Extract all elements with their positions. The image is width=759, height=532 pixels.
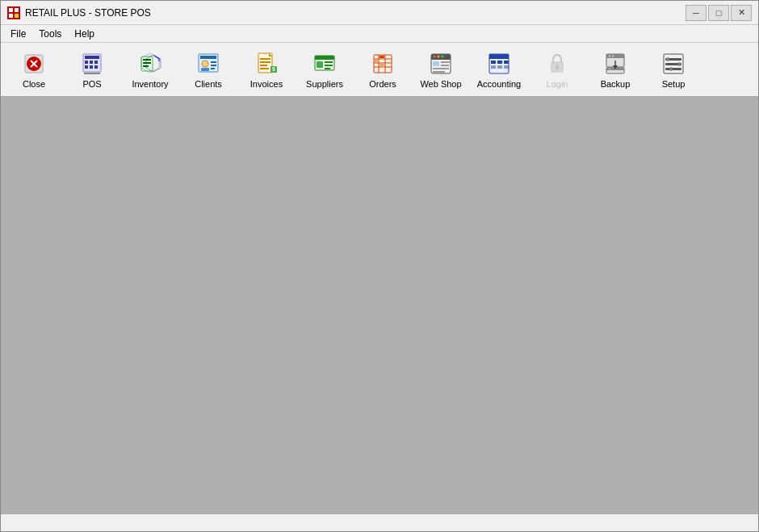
status-bar bbox=[1, 513, 758, 531]
svg-rect-1 bbox=[9, 8, 13, 12]
window-title: RETAIL PLUS - STORE POS bbox=[25, 7, 151, 19]
svg-text:$: $ bbox=[272, 66, 275, 73]
menu-file[interactable]: File bbox=[4, 25, 32, 42]
inventory-label: Inventory bbox=[132, 79, 168, 89]
svg-rect-36 bbox=[260, 68, 269, 69]
svg-rect-66 bbox=[489, 54, 509, 59]
login-label: Login bbox=[547, 79, 568, 89]
svg-rect-19 bbox=[143, 59, 151, 61]
setup-label: Setup bbox=[662, 79, 686, 89]
svg-point-90 bbox=[677, 62, 681, 65]
svg-rect-28 bbox=[211, 61, 216, 63]
pos-icon bbox=[79, 51, 105, 77]
svg-rect-70 bbox=[491, 65, 496, 69]
webshop-icon bbox=[428, 51, 454, 77]
svg-rect-67 bbox=[491, 61, 496, 64]
toolbar-setup-button[interactable]: Setup bbox=[645, 46, 702, 93]
inventory-icon bbox=[137, 51, 163, 77]
invoices-label: Invoices bbox=[250, 79, 283, 89]
invoices-icon: $ bbox=[254, 51, 279, 77]
svg-rect-12 bbox=[90, 61, 93, 64]
svg-rect-10 bbox=[85, 56, 99, 59]
toolbar-webshop-button[interactable]: Web Shop bbox=[413, 46, 469, 93]
svg-rect-51 bbox=[380, 56, 384, 58]
svg-rect-27 bbox=[201, 68, 209, 71]
svg-rect-52 bbox=[375, 60, 378, 62]
svg-rect-4 bbox=[15, 14, 19, 18]
svg-rect-71 bbox=[497, 65, 502, 69]
pos-label: POS bbox=[82, 79, 101, 89]
svg-point-26 bbox=[202, 61, 208, 67]
svg-rect-11 bbox=[85, 61, 88, 64]
toolbar: Close POS bbox=[1, 43, 758, 98]
close-window-button[interactable]: ✕ bbox=[731, 5, 752, 21]
menu-help[interactable]: Help bbox=[68, 25, 101, 42]
title-bar-left: RETAIL PLUS - STORE POS bbox=[7, 6, 151, 19]
suppliers-label: Suppliers bbox=[306, 79, 343, 89]
title-bar-controls: ─ □ ✕ bbox=[686, 5, 752, 21]
svg-rect-42 bbox=[325, 61, 333, 63]
orders-icon bbox=[370, 51, 396, 77]
svg-rect-72 bbox=[504, 65, 509, 69]
svg-point-89 bbox=[666, 57, 669, 61]
svg-rect-41 bbox=[317, 61, 323, 68]
login-icon bbox=[544, 51, 570, 77]
svg-rect-43 bbox=[325, 65, 333, 66]
menu-tools[interactable]: Tools bbox=[32, 25, 68, 42]
accounting-icon bbox=[486, 51, 512, 77]
svg-point-58 bbox=[438, 55, 440, 57]
svg-rect-62 bbox=[441, 65, 449, 66]
backup-icon bbox=[602, 51, 628, 77]
toolbar-suppliers-button[interactable]: Suppliers bbox=[296, 46, 353, 93]
svg-rect-56 bbox=[431, 57, 451, 60]
toolbar-backup-button[interactable]: Backup bbox=[587, 46, 644, 93]
setup-icon bbox=[660, 51, 686, 77]
svg-rect-44 bbox=[325, 68, 330, 69]
accounting-label: Accounting bbox=[477, 79, 521, 89]
backup-label: Backup bbox=[601, 79, 631, 89]
webshop-label: Web Shop bbox=[420, 79, 461, 89]
clients-icon bbox=[195, 51, 221, 77]
menu-bar: File Tools Help bbox=[1, 25, 758, 43]
svg-rect-63 bbox=[433, 68, 449, 69]
svg-rect-17 bbox=[84, 73, 100, 74]
svg-rect-88 bbox=[665, 68, 681, 70]
svg-rect-35 bbox=[260, 65, 267, 66]
svg-point-82 bbox=[609, 68, 610, 69]
toolbar-pos-button[interactable]: POS bbox=[64, 46, 120, 93]
svg-rect-69 bbox=[504, 61, 509, 64]
svg-rect-2 bbox=[15, 8, 19, 12]
svg-point-78 bbox=[609, 55, 610, 57]
svg-rect-14 bbox=[85, 65, 88, 69]
svg-rect-40 bbox=[315, 56, 334, 60]
svg-point-79 bbox=[612, 55, 614, 57]
svg-rect-64 bbox=[433, 71, 445, 73]
svg-rect-15 bbox=[90, 65, 93, 69]
svg-rect-34 bbox=[260, 61, 270, 63]
app-icon bbox=[7, 6, 20, 19]
close-label: Close bbox=[23, 79, 45, 89]
suppliers-icon bbox=[312, 51, 338, 77]
close-icon bbox=[21, 51, 47, 77]
svg-point-59 bbox=[442, 55, 444, 57]
svg-rect-29 bbox=[211, 65, 216, 66]
svg-rect-20 bbox=[143, 62, 151, 64]
toolbar-orders-button[interactable]: Orders bbox=[354, 46, 411, 93]
clients-label: Clients bbox=[195, 79, 222, 89]
svg-rect-13 bbox=[94, 61, 98, 64]
toolbar-inventory-button[interactable]: Inventory bbox=[122, 46, 178, 93]
toolbar-close-button[interactable]: Close bbox=[6, 46, 62, 93]
toolbar-accounting-button[interactable]: Accounting bbox=[471, 46, 527, 93]
title-bar: RETAIL PLUS - STORE POS ─ □ ✕ bbox=[1, 1, 758, 25]
svg-rect-25 bbox=[200, 56, 216, 59]
minimize-button[interactable]: ─ bbox=[686, 5, 707, 21]
main-content-area bbox=[1, 98, 758, 513]
svg-rect-16 bbox=[94, 65, 98, 69]
toolbar-clients-button[interactable]: Clients bbox=[180, 46, 237, 93]
maximize-button[interactable]: □ bbox=[708, 5, 729, 21]
svg-point-57 bbox=[434, 55, 436, 57]
toolbar-invoices-button[interactable]: $ Invoices bbox=[238, 46, 295, 93]
main-window: RETAIL PLUS - STORE POS ─ □ ✕ File Tools… bbox=[0, 0, 759, 532]
toolbar-login-button[interactable]: Login bbox=[529, 46, 585, 93]
svg-rect-30 bbox=[211, 68, 215, 69]
